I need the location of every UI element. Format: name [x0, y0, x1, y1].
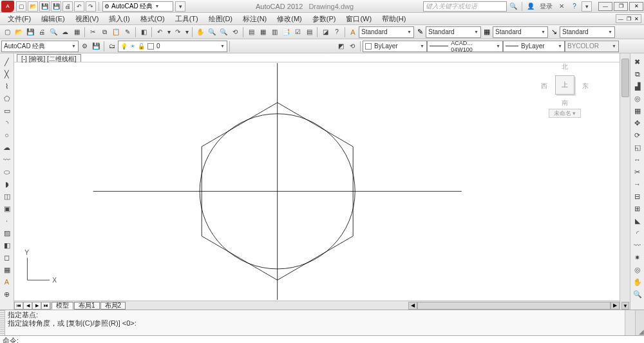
fillet-icon[interactable]: ◜ [632, 227, 643, 239]
xline-icon[interactable]: ╳ [1, 68, 13, 80]
arc-icon[interactable]: ◝ [1, 117, 13, 129]
table-icon[interactable]: ▦ [1, 264, 13, 275]
rotate-icon[interactable]: ⟳ [632, 129, 643, 141]
navbar-zoom-icon[interactable]: 🔍 [632, 288, 643, 300]
layer-state-icon[interactable]: ◩ [335, 41, 346, 52]
erase-icon[interactable]: ✖ [632, 56, 643, 68]
blend-icon[interactable]: 〰 [632, 239, 643, 251]
menu-edit[interactable]: 编辑(E) [36, 13, 70, 25]
lineweight-combo[interactable]: ByLayer▼ [503, 41, 565, 52]
block-icon[interactable]: ▣ [1, 203, 13, 214]
array-icon[interactable]: ▦ [632, 105, 643, 116]
command-resize-grip[interactable]: ◢ [635, 310, 644, 335]
redo-arrow[interactable]: ▾ [184, 26, 190, 38]
window-restore[interactable]: ❐ [614, 2, 628, 11]
offset-icon[interactable]: ◎ [632, 93, 643, 104]
spline-icon[interactable]: 〰 [1, 154, 13, 165]
tab-layout2[interactable]: 布局2 [100, 302, 126, 310]
window-minimize[interactable]: — [598, 2, 612, 11]
gradient-icon[interactable]: ◧ [1, 239, 13, 251]
menu-window[interactable]: 窗口(W) [341, 13, 377, 25]
mleaderstyle-combo[interactable]: Standard▼ [560, 26, 615, 38]
blockeditor-icon[interactable]: ◧ [138, 26, 149, 38]
command-scrollbar[interactable] [625, 310, 635, 335]
undo-icon[interactable]: ↶ [154, 26, 166, 38]
vscroll-thumb[interactable] [621, 59, 629, 97]
sheetset-icon[interactable]: 📑 [280, 26, 292, 38]
qat-open[interactable]: 📂 [28, 1, 38, 12]
quickcalc-icon[interactable]: ▤ [303, 26, 315, 38]
tab-last-icon[interactable]: ⏭ [41, 302, 50, 310]
title-help-arrow[interactable]: ▾ [582, 1, 592, 12]
properties-icon[interactable]: ▤ [245, 26, 257, 38]
drawing-area[interactable]: Y X 北 南 东 西 上 未命名 ▾ [14, 62, 620, 301]
layer-props-icon[interactable]: 🗂 [106, 41, 118, 52]
workspace-combo2[interactable]: AutoCAD 经典▼ [1, 41, 79, 52]
search-btn[interactable]: 🔍 [507, 1, 519, 12]
save-icon[interactable]: 💾 [24, 26, 36, 38]
plot-icon[interactable]: 🖨 [36, 26, 48, 38]
zoom-prev-icon[interactable]: ⟲ [229, 26, 241, 38]
extend-icon[interactable]: → [632, 178, 643, 190]
qat-redo[interactable]: ↷ [86, 1, 96, 12]
ellipsearc-icon[interactable]: ◗ [1, 178, 13, 190]
ellipse-icon[interactable]: ⬭ [1, 166, 13, 178]
exchange-icon[interactable]: ✕ [556, 1, 567, 12]
move-icon[interactable]: ✥ [632, 117, 643, 129]
viewport-label[interactable]: [-] [俯视] [二维线框] [17, 54, 81, 62]
markup-icon[interactable]: ☑ [292, 26, 303, 38]
menu-modify[interactable]: 修改(M) [272, 13, 307, 25]
qat-saveas[interactable]: 💾 [51, 1, 61, 12]
line-icon[interactable]: ╱ [1, 56, 13, 68]
layer-prev-icon[interactable]: ⟲ [346, 41, 358, 52]
navbar-wheel-icon[interactable]: ◎ [632, 264, 643, 275]
scale-icon[interactable]: ◱ [632, 142, 643, 153]
ws-save-icon[interactable]: 💾 [90, 41, 102, 52]
menu-parametric[interactable]: 参数(P) [307, 13, 341, 25]
menu-view[interactable]: 视图(V) [70, 13, 104, 25]
trim-icon[interactable]: ✂ [632, 166, 643, 178]
mirror-icon[interactable]: ▟ [632, 80, 643, 92]
cut-icon[interactable]: ✂ [87, 26, 99, 38]
publish-icon[interactable]: ☁ [59, 26, 71, 38]
menu-dimension[interactable]: 标注(N) [238, 13, 272, 25]
viewcube-top[interactable]: 上 [555, 75, 574, 95]
login-label[interactable]: 登录 [540, 2, 553, 11]
tab-model[interactable]: 模型 [52, 302, 73, 310]
designcenter-icon[interactable]: ▦ [257, 26, 269, 38]
help-search-input[interactable]: 键入关键字或短语 [423, 1, 507, 12]
qat-undo[interactable]: ↶ [74, 1, 84, 12]
menu-draw[interactable]: 绘图(D) [204, 13, 238, 25]
user-icon[interactable]: 👤 [525, 1, 536, 12]
hscroll-right[interactable]: ▶ [611, 302, 620, 310]
window-close[interactable]: ✕ [629, 2, 643, 11]
copy-icon[interactable]: ⧉ [99, 26, 110, 38]
vertical-scrollbar[interactable]: ▼ [620, 53, 630, 310]
hscroll-left[interactable]: ◀ [408, 302, 417, 310]
qat-save[interactable]: 💾 [39, 1, 50, 12]
tablestyle-combo[interactable]: Standard▼ [493, 26, 548, 38]
menu-format[interactable]: 格式(O) [135, 13, 170, 25]
menu-insert[interactable]: 插入(I) [104, 13, 135, 25]
polygon-icon[interactable]: ⬠ [1, 93, 13, 104]
vscroll-down[interactable]: ▼ [621, 302, 629, 310]
zoom-icon[interactable]: 🔍 [218, 26, 229, 38]
help-icon[interactable]: ? [569, 1, 580, 12]
navbar-pan-icon[interactable]: ✋ [632, 276, 643, 288]
menu-help[interactable]: 帮助(H) [377, 13, 411, 25]
explode-icon[interactable]: ✷ [632, 252, 643, 263]
toolpalettes-icon[interactable]: ▥ [269, 26, 280, 38]
qat-print[interactable]: 🖨 [62, 1, 73, 12]
region-icon[interactable]: ◻ [1, 252, 13, 263]
workspace-dropdown[interactable]: ⚙ AutoCAD 经典 ▼ [102, 1, 173, 12]
tab-layout1[interactable]: 布局1 [74, 302, 100, 310]
doc-window-controls[interactable]: —❐✕ [616, 14, 641, 23]
color-combo[interactable]: ByLayer▼ [363, 41, 427, 52]
dimstyle-combo[interactable]: Standard▼ [426, 26, 481, 38]
layermove-icon[interactable]: ◪ [319, 26, 331, 38]
new-icon[interactable]: ▢ [1, 26, 13, 38]
wcs-button[interactable]: 未命名 ▾ [549, 109, 581, 118]
mtext-icon[interactable]: A [1, 276, 13, 288]
hatch-icon[interactable]: ▨ [1, 227, 13, 239]
tab-next-icon[interactable]: ▶ [32, 302, 41, 310]
